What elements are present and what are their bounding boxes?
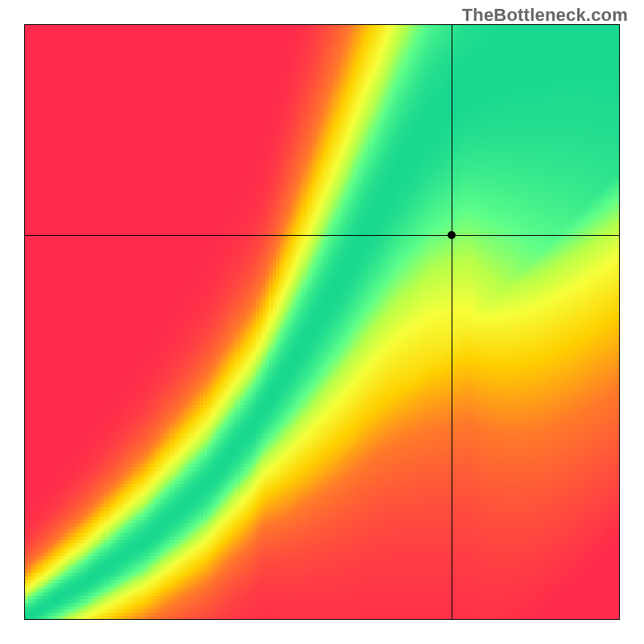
plot-area [24,24,620,620]
sample-point-marker [448,231,456,239]
heatmap-canvas [25,25,619,619]
chart-container: TheBottleneck.com [0,0,644,644]
watermark-text: TheBottleneck.com [462,5,628,26]
crosshair-horizontal [25,235,619,236]
crosshair-vertical [452,25,452,619]
